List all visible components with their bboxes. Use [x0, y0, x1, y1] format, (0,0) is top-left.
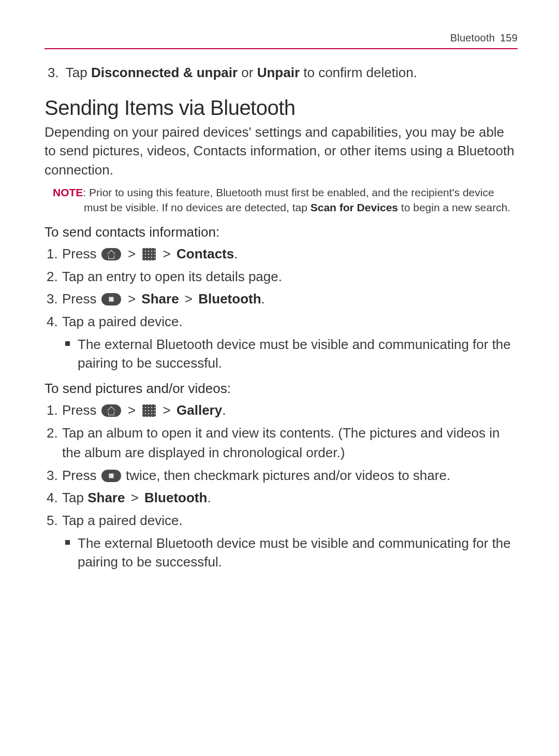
media-step-2: Tap an album to open it and view its con… [62, 424, 518, 462]
subheading-contacts: To send contacts information: [45, 224, 518, 240]
media-step-5: Tap a paired device. The external Blueto… [62, 511, 518, 571]
text: to confirm deletion. [303, 65, 417, 80]
text: Press [62, 402, 100, 418]
text: . [222, 402, 226, 418]
text: . [234, 246, 238, 261]
menu-key-icon [101, 470, 121, 482]
section-heading: Sending Items via Bluetooth [45, 96, 518, 120]
text: Press [62, 246, 100, 261]
text: Tap a paired device. [62, 513, 183, 528]
list-item: The external Bluetooth device must be vi… [78, 335, 518, 373]
contacts-step-2: Tap an entry to open its details page. [62, 267, 518, 287]
chevron-right-icon: > [163, 402, 171, 418]
header-section-name: Bluetooth [450, 32, 495, 44]
chevron-right-icon: > [128, 402, 136, 418]
home-key-icon [101, 404, 121, 417]
contacts-step-1: Press > > Contacts. [62, 244, 518, 264]
media-step-4: Tap Share > Bluetooth. [62, 488, 518, 508]
note-text-post: to begin a new search. [398, 201, 510, 213]
bold-disconnected-unpair: Disconnected & unpair [91, 65, 238, 80]
steps-contacts: Press > > Contacts. Tap an entry to open… [45, 244, 518, 373]
text: . [207, 490, 211, 505]
apps-grid-icon [142, 248, 156, 260]
bold-unpair: Unpair [257, 65, 300, 80]
text: Tap a paired device. [62, 314, 183, 329]
chevron-right-icon: > [128, 246, 136, 261]
note-label: NOTE [53, 186, 83, 198]
chevron-right-icon: > [185, 291, 193, 307]
steps-media: Press > > Gallery. Tap an album to open … [45, 401, 518, 571]
text: Tap [62, 490, 87, 505]
section-intro: Depending on your paired devices' settin… [45, 123, 518, 179]
chevron-right-icon: > [163, 246, 171, 261]
chevron-right-icon: > [131, 490, 139, 505]
manual-page: Bluetooth 159 3. Tap Disconnected & unpa… [0, 0, 559, 756]
home-key-icon [101, 248, 121, 260]
bold-gallery: Gallery [176, 402, 222, 418]
subheading-media: To send pictures and/or videos: [45, 381, 518, 397]
bold-scan-for-devices: Scan for Devices [311, 201, 398, 213]
note-block: NOTE: Prior to using this feature, Bluet… [45, 185, 518, 215]
text: . [261, 291, 265, 307]
contacts-step-3: Press > Share > Bluetooth. [62, 289, 518, 309]
bold-bluetooth: Bluetooth [198, 291, 261, 307]
chevron-right-icon: > [128, 291, 136, 307]
bold-contacts: Contacts [176, 246, 234, 261]
text: Press [62, 291, 100, 307]
list-item: The external Bluetooth device must be vi… [78, 534, 518, 572]
text: or [241, 65, 257, 80]
media-step-3: Press twice, then checkmark pictures and… [62, 466, 518, 486]
bold-bluetooth: Bluetooth [144, 490, 207, 505]
contacts-step-4: Tap a paired device. The external Blueto… [62, 312, 518, 372]
media-step-1: Press > > Gallery. [62, 401, 518, 420]
continued-step-3: 3. Tap Disconnected & unpair or Unpair t… [45, 64, 518, 82]
text: twice, then checkmark pictures and/or vi… [126, 468, 450, 483]
bold-share: Share [87, 490, 125, 505]
text: Press [62, 468, 100, 483]
bold-share: Share [141, 291, 179, 307]
text: Tap [66, 65, 91, 80]
running-header: Bluetooth 159 [45, 32, 518, 49]
menu-key-icon [101, 293, 121, 306]
contacts-step-4-notes: The external Bluetooth device must be vi… [62, 335, 518, 373]
page-number: 159 [500, 32, 518, 44]
media-step-5-notes: The external Bluetooth device must be vi… [62, 534, 518, 572]
apps-grid-icon [142, 404, 156, 417]
